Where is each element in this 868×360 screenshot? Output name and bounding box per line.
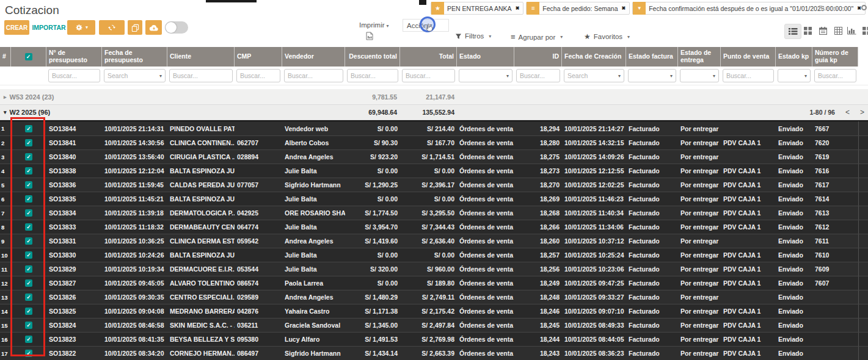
table-row[interactable]: 11✓SO1382910/01/2025 10:19:34DERMACUORE … [0, 262, 868, 276]
column-search-estado-factura[interactable]: ▾ [628, 69, 676, 82]
column-search-vendedor[interactable]: Buscar... [284, 69, 343, 82]
cell-vendedor: Julie Balta [282, 220, 345, 234]
row-checkbox[interactable]: ✓ [25, 167, 32, 175]
facet-group-by[interactable]: ≡ Fecha de pedido: Semana ✖ [526, 2, 630, 15]
group-row-w2[interactable]: ▾ W2 2025 (96) 69,948.64 135,552.94 1-80… [0, 105, 868, 120]
cell-estado-kp: Enviado [776, 192, 812, 206]
column-header-estado-entrega[interactable]: Estado de entrega [678, 47, 721, 67]
table-row[interactable]: 12✓SO1382710/01/2025 09:45:05ALVARO TOLE… [0, 276, 868, 290]
pager-prev-button[interactable]: < [845, 108, 850, 117]
settings-dropdown-button[interactable]: ▾ [67, 20, 95, 35]
facet-favorite[interactable]: ★ PEN ENTREGA ANKA ✖ [431, 2, 523, 15]
duplicate-button[interactable] [128, 20, 142, 35]
refresh-button[interactable] [99, 20, 125, 35]
facet-close-icon[interactable]: ✖ [857, 5, 861, 11]
row-checkbox[interactable]: ✓ [25, 139, 32, 146]
row-checkbox[interactable]: ✓ [25, 251, 32, 259]
cell-total: S/ 2,396.17 [400, 178, 457, 192]
create-button[interactable]: CREAR [4, 20, 29, 35]
row-checkbox[interactable]: ✓ [25, 350, 32, 357]
activity-view-button[interactable] [863, 27, 868, 35]
toggle-switch[interactable] [165, 21, 188, 34]
row-checkbox[interactable]: ✓ [25, 195, 32, 203]
column-header-descuento-total[interactable]: Descuento total [345, 47, 400, 67]
column-header-estado-factura[interactable]: Estado factura [626, 47, 678, 67]
table-row[interactable]: 8✓SO1383310/01/2025 11:18:32DERMABEAUTY … [0, 220, 868, 234]
column-header-estado-kp[interactable]: Estado kp [776, 47, 812, 67]
facet-close-icon[interactable]: ✖ [622, 5, 626, 11]
table-row[interactable]: 15✓SO1382410/01/2025 08:46:58SKIN MEDIC … [0, 318, 868, 332]
cell-fecha-presupuesto: 10/01/2025 11:59:45 [102, 178, 167, 192]
print-dropdown[interactable]: Imprimir▾ [359, 21, 389, 29]
row-checkbox[interactable]: ✓ [25, 209, 32, 217]
row-checkbox[interactable]: ✓ [25, 308, 32, 315]
graph-view-button[interactable] [847, 27, 856, 35]
column-search-fecha-presupuesto[interactable]: Search▾ [104, 69, 166, 82]
column-header-presupuesto[interactable]: N° de presupuesto [46, 47, 102, 67]
list-view-button[interactable] [784, 24, 801, 39]
row-checkbox[interactable]: ✓ [25, 153, 32, 160]
column-search-estado-entrega[interactable]: ▾ [680, 69, 719, 82]
column-header-vendedor[interactable]: Vendedor [282, 47, 345, 67]
pager-next-button[interactable]: > [860, 108, 864, 117]
column-search-estado[interactable]: ▾ [459, 69, 512, 82]
table-row[interactable]: 14✓SO1382510/01/2025 09:04:08MEDRANO BAR… [0, 304, 868, 318]
table-row[interactable]: 1✓SO1384410/01/2025 21:14:31PINEDO OVALL… [0, 121, 868, 135]
column-search-presupuesto[interactable]: Buscar... [48, 69, 100, 82]
column-search-fecha-creacion[interactable]: Search▾ [564, 69, 624, 82]
pivot-view-button[interactable] [834, 27, 842, 35]
cloud-export-button[interactable] [145, 20, 162, 35]
column-header-cmp[interactable]: CMP [235, 47, 282, 67]
row-checkbox[interactable]: ✓ [25, 223, 32, 231]
column-header-cliente[interactable]: Cliente [167, 47, 235, 67]
table-row[interactable]: 6✓SO1383510/01/2025 11:45:21BALTA ESPINO… [0, 192, 868, 206]
group-row-w53[interactable]: ▸ W53 2024 (23) 9,781.55 21,147.94 [0, 89, 868, 105]
row-checkbox[interactable]: ✓ [25, 265, 32, 273]
table-row[interactable]: 17✓SO1382210/01/2025 08:34:20CORNEJO HER… [0, 346, 868, 360]
column-header-punto-venta[interactable]: Punto de venta [721, 47, 776, 67]
column-header-guia-kp[interactable]: Número de guia kp [812, 47, 858, 67]
calendar-view-button[interactable] [819, 27, 827, 35]
table-row[interactable]: 7✓SO1383410/01/2025 11:39:18DERMATOLOGIC… [0, 206, 868, 220]
column-search-cmp[interactable]: Buscar... [236, 69, 280, 82]
column-search-guia-kp[interactable]: Buscar... [814, 69, 856, 82]
column-search-cliente[interactable]: Buscar... [169, 69, 233, 82]
column-search-total[interactable]: Buscar... [402, 69, 455, 82]
row-checkbox[interactable]: ✓ [25, 125, 32, 132]
kanban-view-button[interactable] [804, 27, 812, 35]
row-checkbox[interactable]: ✓ [25, 237, 32, 245]
filters-dropdown[interactable]: Filtros▾ [455, 32, 491, 40]
group-by-dropdown[interactable]: ≡ Agrupar por▾ [511, 32, 563, 41]
export-file-icon[interactable] [366, 32, 373, 40]
row-checkbox[interactable]: ✓ [25, 181, 32, 189]
column-search-descuento-total[interactable]: Buscar... [347, 69, 398, 82]
table-row[interactable]: 4✓SO1383810/01/2025 12:12:04BALTA ESPINO… [0, 164, 868, 178]
row-checkbox[interactable]: ✓ [25, 279, 32, 287]
row-checkbox[interactable]: ✓ [25, 293, 32, 301]
column-search-estado-kp[interactable]: ▾ [778, 69, 811, 82]
column-header-estado[interactable]: Estado [457, 47, 514, 67]
row-checkbox[interactable]: ✓ [25, 336, 32, 343]
table-row[interactable]: 3✓SO1384010/01/2025 13:56:40CIRUGIA PLAS… [0, 149, 868, 164]
table-row[interactable]: 2✓SO1384110/01/2025 14:30:56CLINICA CONT… [0, 135, 868, 149]
cell-vendedor: Lucy Alfaro [282, 333, 345, 346]
column-search-punto-venta[interactable]: Buscar... [723, 69, 774, 82]
column-search-id[interactable]: Buscar... [516, 69, 560, 82]
search-input[interactable]: Buscar... [819, 4, 845, 12]
column-header-total[interactable]: Total [400, 47, 457, 67]
favorites-dropdown[interactable]: ★ Favoritos▾ [584, 32, 630, 41]
table-row[interactable]: 9✓SO1383110/01/2025 10:36:25CLINICA DERM… [0, 234, 868, 248]
column-header-fecha-creacion[interactable]: Fecha de Creación [562, 47, 626, 67]
facet-close-icon[interactable]: ✖ [516, 5, 520, 11]
column-header-fecha-presupuesto[interactable]: Fecha de presupuesto [102, 47, 167, 67]
import-button[interactable]: IMPORTAR [34, 20, 64, 35]
cell-estado-entrega: Por entregar [678, 262, 721, 276]
column-header-id[interactable]: ID [514, 47, 562, 67]
table-row[interactable]: 13✓SO1382610/01/2025 09:30:35CENTRO ESPE… [0, 290, 868, 304]
table-row[interactable]: 10✓SO1383010/01/2025 10:24:26BALTA ESPIN… [0, 248, 868, 262]
table-row[interactable]: 16✓SO1382310/01/2025 08:41:35BEYSA BELLE… [0, 332, 868, 346]
select-all-checkbox[interactable]: ✓ [25, 53, 32, 60]
row-checkbox[interactable]: ✓ [25, 322, 32, 329]
cell-guia-kp: 7610 [812, 248, 858, 262]
table-row[interactable]: 5✓SO1383610/01/2025 11:59:45CALDAS PERED… [0, 178, 868, 192]
